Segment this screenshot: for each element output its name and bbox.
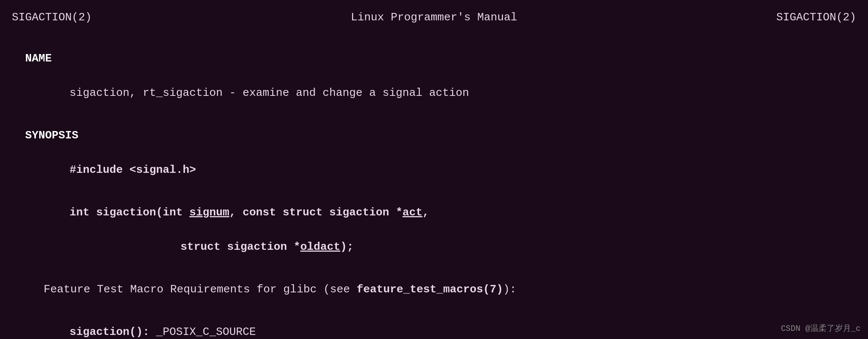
act-link: act: [402, 206, 422, 219]
synopsis-section-label: SYNOPSIS: [12, 110, 856, 144]
header-left: SIGACTION(2): [12, 9, 92, 26]
sigaction-ftm-line: sigaction(): _POSIX_C_SOURCE: [12, 306, 856, 339]
watermark: CSDN @温柔了岁月_c: [781, 323, 861, 335]
signum-link1: signum: [189, 206, 229, 219]
function-sig-line2: struct sigaction *oldact);: [12, 221, 856, 256]
feature-test-line: Feature Test Macro Requirements for glib…: [12, 264, 856, 298]
name-content: sigaction, rt_sigaction - examine and ch…: [12, 67, 856, 102]
include-line: #include <signal.h>: [12, 144, 856, 179]
name-section-label: NAME: [12, 33, 856, 67]
manual-header: SIGACTION(2) Linux Programmer's Manual S…: [12, 9, 856, 26]
name-text: sigaction, rt_sigaction - examine and ch…: [70, 87, 469, 99]
oldact-link: oldact: [300, 241, 340, 253]
header-right: SIGACTION(2): [776, 9, 856, 26]
function-sig-line1: int sigaction(int signum, const struct s…: [12, 187, 856, 221]
header-center: Linux Programmer's Manual: [351, 9, 517, 26]
